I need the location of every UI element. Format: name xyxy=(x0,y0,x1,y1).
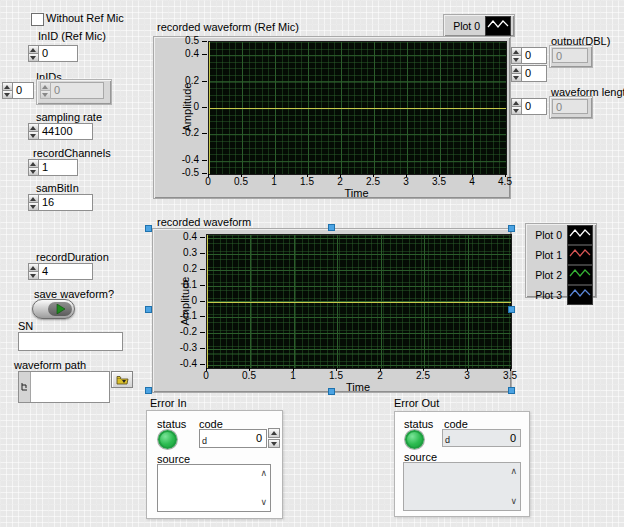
x-tick-mark xyxy=(336,368,337,371)
output-dbl-index1-value[interactable]: 0 xyxy=(522,47,547,64)
inids-index-value[interactable]: 0 xyxy=(13,82,34,99)
record-duration-value[interactable]: 4 xyxy=(39,263,93,280)
scroll-down-icon[interactable]: ∨ xyxy=(260,498,267,507)
x-tick-label: 2 xyxy=(368,370,392,381)
legend-item[interactable]: Plot 3 xyxy=(529,285,593,305)
waveform-path-input[interactable] xyxy=(18,371,110,403)
inids-index-input[interactable]: 0 xyxy=(2,82,34,99)
record-duration-input[interactable]: 4 xyxy=(28,263,93,280)
path-type-icon xyxy=(21,382,28,393)
spinner-icon[interactable] xyxy=(511,98,522,115)
x-tick-mark xyxy=(380,368,381,371)
error-out-cluster[interactable]: status code d 0 source ∧ ∨ xyxy=(394,411,530,517)
spinner-icon[interactable] xyxy=(28,263,39,280)
selection-handle[interactable] xyxy=(328,224,335,231)
selection-handle[interactable] xyxy=(328,388,335,395)
radix-indicator: d xyxy=(445,436,450,445)
waveform-line-icon[interactable] xyxy=(567,245,593,265)
legend-item[interactable]: Plot 0 xyxy=(447,16,511,36)
scroll-down-icon[interactable]: ∨ xyxy=(510,497,517,506)
spinner-icon[interactable] xyxy=(28,159,39,176)
selection-handle[interactable] xyxy=(145,306,152,313)
x-tick-mark xyxy=(293,368,294,371)
sn-input[interactable] xyxy=(18,332,123,351)
selection-handle[interactable] xyxy=(145,387,152,394)
error-in-code-value[interactable]: 0 xyxy=(256,432,262,444)
error-in-status-led[interactable] xyxy=(158,430,177,449)
x-tick-label: 4 xyxy=(460,176,484,187)
waveform-path-value[interactable] xyxy=(31,372,109,402)
x-tick-label: 2 xyxy=(328,176,352,187)
error-in-code-input[interactable]: d 0 xyxy=(199,429,267,448)
graph-legend[interactable]: Plot 0Plot 1Plot 2Plot 3 xyxy=(525,223,597,298)
output-dbl-index2-value[interactable]: 0 xyxy=(522,65,547,82)
legend-item[interactable]: Plot 1 xyxy=(529,245,593,265)
scroll-up-icon[interactable]: ∧ xyxy=(510,467,517,476)
sampling-rate-label: sampling rate xyxy=(36,111,102,123)
graph-legend-ref-mic[interactable]: Plot 0 xyxy=(443,14,515,37)
inid-ref-mic-input[interactable]: 0 xyxy=(28,45,78,62)
waveform-line-icon[interactable] xyxy=(567,225,593,245)
waveform-length-element[interactable]: 0 xyxy=(552,99,588,114)
spinner-icon[interactable] xyxy=(511,65,522,82)
error-in-cluster[interactable]: status code d 0 source ∧ ∨ xyxy=(146,410,283,519)
spinner-icon[interactable] xyxy=(2,82,13,99)
x-tick-mark xyxy=(439,174,440,177)
spinner-icon[interactable] xyxy=(28,123,39,140)
waveform-line-icon[interactable] xyxy=(485,16,511,36)
waveform-length-index-input[interactable]: 0 xyxy=(511,98,547,115)
spinner-icon[interactable] xyxy=(28,194,39,211)
plot-y-axis-line xyxy=(209,42,210,174)
y-tick-mark xyxy=(200,269,205,270)
sampling-rate-value[interactable]: 44100 xyxy=(39,123,93,140)
record-duration-label: recordDuration xyxy=(36,251,109,263)
selection-handle[interactable] xyxy=(508,225,515,232)
waveform-graph-ref-mic[interactable]: 0.50.40.20-0.2-0.4-0.500.511.522.533.544… xyxy=(153,36,511,199)
without-ref-mic-checkbox[interactable] xyxy=(31,13,44,26)
output-dbl-index1-input[interactable]: 0 xyxy=(511,47,547,64)
plot-y-axis-line xyxy=(207,235,208,368)
sampling-rate-input[interactable]: 44100 xyxy=(28,123,93,140)
spinner-icon[interactable] xyxy=(511,47,522,64)
without-ref-mic-label: Without Ref Mic xyxy=(46,12,124,24)
record-channels-value[interactable]: 1 xyxy=(39,159,78,176)
error-out-status-label: status xyxy=(404,418,433,430)
legend-item[interactable]: Plot 0 xyxy=(529,225,593,245)
labview-front-panel: Without Ref Mic InID (Ref Mic) 0 InIDs 0… xyxy=(0,0,624,527)
sam-bit-in-value[interactable]: 16 xyxy=(39,194,93,211)
code-spinner[interactable] xyxy=(268,428,280,448)
save-waveform-button[interactable] xyxy=(32,299,75,319)
x-tick-mark xyxy=(307,174,308,177)
plot-area[interactable] xyxy=(208,41,507,175)
waveform-length-element-value[interactable]: 0 xyxy=(552,99,588,114)
plot-series-line xyxy=(207,302,511,303)
inids-element-input[interactable]: 0 xyxy=(40,82,104,99)
y-tick-label: -0.5 xyxy=(154,167,199,178)
y-tick-mark xyxy=(200,348,205,349)
selection-handle[interactable] xyxy=(508,387,515,394)
waveform-line-icon[interactable] xyxy=(567,265,593,285)
selection-handle[interactable] xyxy=(145,225,152,232)
waveform-line-icon[interactable] xyxy=(567,285,593,305)
output-dbl-element[interactable]: 0 xyxy=(552,48,588,63)
x-tick-label: 1.5 xyxy=(324,370,348,381)
spinner-icon[interactable] xyxy=(28,45,39,62)
plot-area[interactable] xyxy=(206,234,512,369)
radix-indicator: d xyxy=(202,437,207,446)
waveform-graph[interactable]: 0.40.30.20.10-0.1-0.2-0.3-0.400.511.522.… xyxy=(152,228,512,393)
sam-bit-in-input[interactable]: 16 xyxy=(28,194,93,211)
record-channels-input[interactable]: 1 xyxy=(28,159,78,176)
output-dbl-element-value[interactable]: 0 xyxy=(552,48,588,63)
waveform-length-index-value[interactable]: 0 xyxy=(522,98,547,115)
y-axis-title: Amplitude xyxy=(181,57,193,157)
selection-handle[interactable] xyxy=(508,306,515,313)
inids-element-value[interactable]: 0 xyxy=(51,82,104,99)
legend-plot-label: Plot 3 xyxy=(535,289,562,301)
scroll-up-icon[interactable]: ∧ xyxy=(260,469,267,478)
output-dbl-index2-input[interactable]: 0 xyxy=(511,65,547,82)
error-in-source-input[interactable]: ∧ ∨ xyxy=(157,464,271,512)
inid-ref-mic-value[interactable]: 0 xyxy=(39,45,78,62)
browse-path-button[interactable] xyxy=(111,371,133,388)
legend-item[interactable]: Plot 2 xyxy=(529,265,593,285)
y-tick-mark xyxy=(200,301,205,302)
